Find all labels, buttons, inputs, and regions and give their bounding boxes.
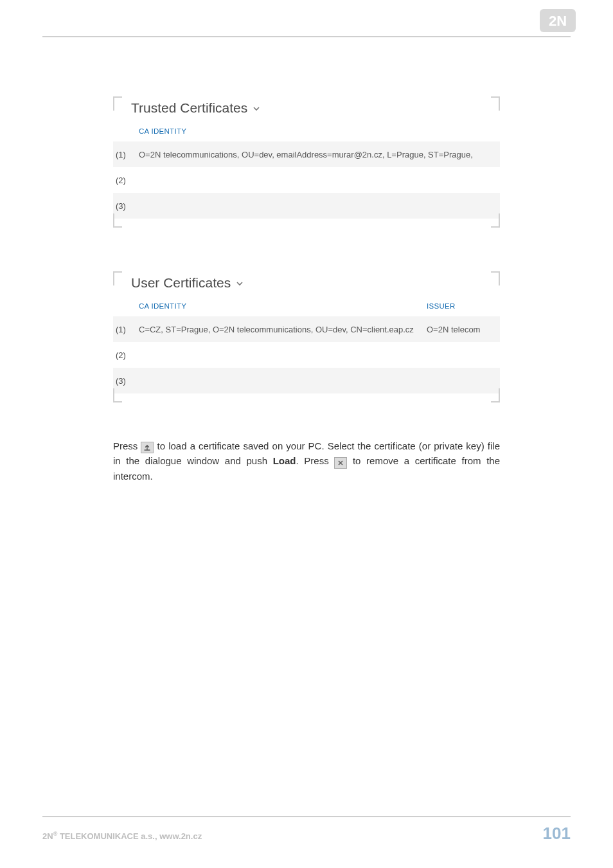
chevron-down-icon — [253, 100, 260, 116]
row-index: (1) — [113, 141, 135, 167]
row-index: (3) — [113, 193, 135, 219]
page-footer: 2N® TELEKOMUNIKACE a.s., www.2n.cz 101 — [42, 816, 571, 844]
row-issuer — [423, 342, 500, 368]
chevron-down-icon — [236, 275, 244, 291]
col-ca-identity: CA IDENTITY — [135, 123, 500, 141]
text: . Press — [296, 455, 334, 466]
row-index: (2) — [113, 167, 135, 193]
footer-company-post: TELEKOMUNIKACE a.s., www.2n.cz — [57, 831, 202, 841]
instruction-paragraph: Press to load a certificate saved on you… — [113, 439, 500, 484]
user-certificates-panel: User Certificates CA IDENTITY ISSUER (1)… — [113, 264, 500, 402]
row-ca-identity — [135, 167, 500, 193]
panel-title-text: User Certificates — [131, 275, 231, 291]
row-issuer: O=2N telecom — [423, 316, 500, 342]
page-number: 101 — [543, 824, 571, 844]
text: Press — [113, 440, 141, 451]
page-header: 2N — [42, 13, 571, 37]
trusted-panel-title[interactable]: Trusted Certificates — [113, 100, 500, 116]
table-row[interactable]: (1) O=2N telecommunications, OU=dev, ema… — [113, 141, 500, 167]
brand-logo-text: 2N — [549, 13, 567, 29]
row-ca-identity — [135, 342, 423, 368]
footer-company: 2N® TELEKOMUNIKACE a.s., www.2n.cz — [42, 831, 202, 841]
upload-icon[interactable] — [141, 442, 154, 453]
col-index — [113, 123, 135, 141]
row-ca-identity: C=CZ, ST=Prague, O=2N telecommunications… — [135, 316, 423, 342]
user-panel-title[interactable]: User Certificates — [113, 275, 500, 291]
table-row[interactable]: (3) — [113, 193, 500, 219]
row-ca-identity — [135, 193, 500, 219]
row-index: (3) — [113, 368, 135, 393]
load-label: Load — [273, 455, 296, 466]
table-row[interactable]: (2) — [113, 167, 500, 193]
row-issuer — [423, 368, 500, 393]
row-ca-identity: O=2N telecommunications, OU=dev, emailAd… — [135, 141, 500, 167]
col-ca-identity: CA IDENTITY — [135, 298, 423, 316]
panel-title-text: Trusted Certificates — [131, 100, 247, 116]
trusted-certificates-panel: Trusted Certificates CA IDENTITY (1) O=2… — [113, 89, 500, 228]
close-icon[interactable] — [334, 457, 347, 469]
brand-logo: 2N — [540, 9, 576, 35]
table-row[interactable]: (3) — [113, 368, 500, 393]
table-row[interactable]: (1) C=CZ, ST=Prague, O=2N telecommunicat… — [113, 316, 500, 342]
col-index — [113, 298, 135, 316]
table-row[interactable]: (2) — [113, 342, 500, 368]
col-issuer: ISSUER — [423, 298, 500, 316]
user-certificates-table: CA IDENTITY ISSUER (1) C=CZ, ST=Prague, … — [113, 298, 500, 393]
footer-company-pre: 2N — [42, 831, 53, 841]
row-index: (2) — [113, 342, 135, 368]
row-index: (1) — [113, 316, 135, 342]
trusted-certificates-table: CA IDENTITY (1) O=2N telecommunications,… — [113, 123, 500, 219]
row-ca-identity — [135, 368, 423, 393]
